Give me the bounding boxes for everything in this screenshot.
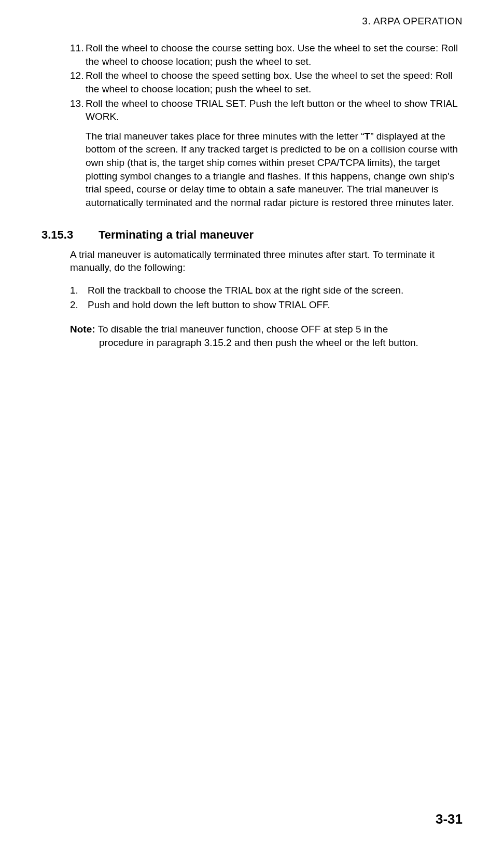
list-number: 13.: [70, 97, 86, 123]
list-item: 2. Push and hold down the left button to…: [70, 298, 463, 312]
bold-letter: T: [365, 131, 371, 142]
list-text: Roll the trackball to choose the TRIAL b…: [88, 284, 463, 297]
list-item: 1. Roll the trackball to choose the TRIA…: [70, 284, 463, 297]
explanatory-paragraph: The trial maneuver takes place for three…: [86, 130, 463, 210]
list-item: 13. Roll the wheel to choose TRIAL SET. …: [70, 97, 463, 123]
steps-ordered-list: 1. Roll the trackball to choose the TRIA…: [70, 284, 463, 311]
note-text-1: To disable the trial maneuver function, …: [95, 324, 388, 335]
list-number: 1.: [70, 284, 88, 297]
list-item: 11. Roll the wheel to choose the course …: [70, 41, 463, 68]
note-block: Note: To disable the trial maneuver func…: [70, 323, 463, 349]
section-heading-row: 3.15.3 Terminating a trial maneuver: [70, 228, 463, 242]
list-text: Roll the wheel to choose TRIAL SET. Push…: [86, 97, 463, 123]
note-label: Note:: [70, 324, 95, 335]
note-line-2: procedure in paragraph 3.15.2 and then p…: [99, 336, 463, 350]
continued-ordered-list: 11. Roll the wheel to choose the course …: [70, 41, 463, 123]
body-column: 11. Roll the wheel to choose the course …: [70, 41, 463, 350]
paragraph-post: ” displayed at the bottom of the screen.…: [86, 131, 458, 208]
list-number: 2.: [70, 298, 88, 312]
list-text: Push and hold down the left button to sh…: [88, 298, 463, 312]
page: 3. ARPA OPERATION 11. Roll the wheel to …: [0, 0, 504, 847]
section-intro: A trial maneuver is automatically termin…: [70, 248, 463, 274]
paragraph-pre: The trial maneuver takes place for three…: [86, 131, 365, 142]
section-title: Terminating a trial maneuver: [99, 228, 254, 242]
list-text: Roll the wheel to choose the course sett…: [86, 41, 463, 68]
note-line-1: Note: To disable the trial maneuver func…: [70, 323, 463, 336]
page-header: 3. ARPA OPERATION: [41, 16, 463, 27]
list-number: 12.: [70, 69, 86, 95]
list-text: Roll the wheel to choose the speed setti…: [86, 69, 463, 95]
list-item: 12. Roll the wheel to choose the speed s…: [70, 69, 463, 95]
list-number: 11.: [70, 41, 86, 68]
section-number: 3.15.3: [41, 228, 99, 242]
page-number: 3-31: [436, 811, 463, 827]
